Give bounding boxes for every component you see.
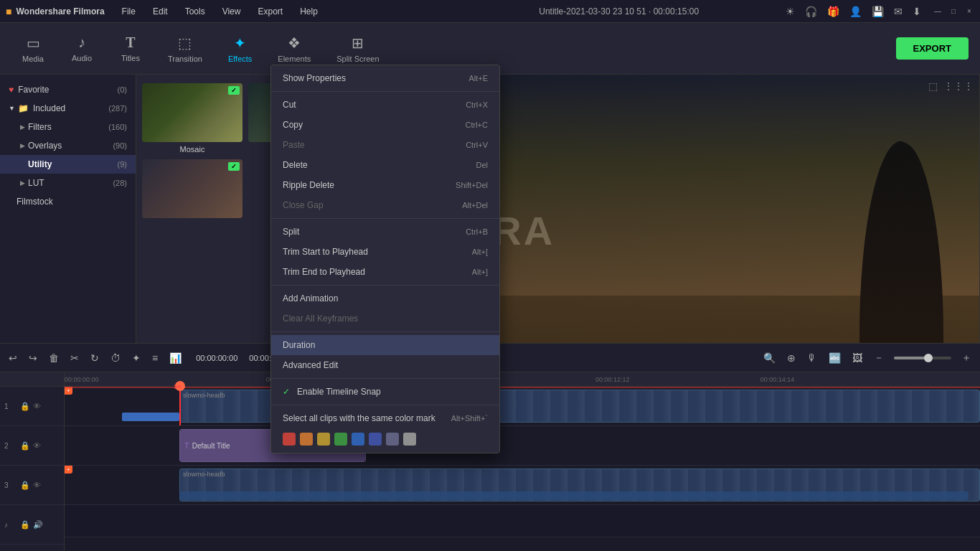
tl-zoom-slider[interactable] — [894, 357, 951, 359]
ctx-trim-start[interactable]: Trim Start to Playhead Alt+[ — [271, 242, 499, 262]
menu-edit[interactable]: Edit — [150, 5, 171, 18]
sidebar-item-filmstock[interactable]: ▶ Filmstock — [0, 192, 136, 211]
toolbar-btn-elements[interactable]: ❖ Elements — [268, 27, 321, 70]
preview-top-right-icons: ⬚ ⋮⋮⋮ — [928, 80, 974, 92]
toolbar-btn-titles[interactable]: T Titles — [109, 27, 152, 70]
color-mark-light-gray[interactable] — [403, 433, 416, 446]
sidebar-item-overlays[interactable]: ▶ Overlays (90) — [0, 136, 136, 155]
preview-icon-1[interactable]: ⬚ — [928, 80, 938, 92]
save-icon[interactable]: 💾 — [872, 6, 884, 17]
track-1-lock[interactable]: 🔒 — [20, 402, 30, 411]
ctx-add-animation[interactable]: Add Animation — [271, 288, 499, 309]
sidebar-item-utility[interactable]: ▶ Utility (9) — [0, 155, 136, 174]
tl-effects-button[interactable]: ✦ — [131, 351, 142, 365]
track-audio-vol[interactable]: 🔊 — [33, 520, 43, 529]
effect-third[interactable]: ✓ — [142, 159, 242, 221]
timeline-tracks: 00:00:00:00 00:00:08:08 00:00:10:10 00:0… — [65, 372, 980, 551]
filmstock-label: Filmstock — [17, 197, 127, 207]
ctx-close-gap[interactable]: Close Gap Alt+Del — [271, 195, 499, 215]
color-mark-blue[interactable] — [352, 433, 364, 446]
ctx-paste[interactable]: Paste Ctrl+V — [271, 135, 499, 155]
ctx-copy[interactable]: Copy Ctrl+C — [271, 115, 499, 135]
toolbar-btn-media[interactable]: ▭ Media — [11, 27, 55, 70]
brightness-icon[interactable]: ☀ — [786, 6, 795, 17]
tl-settings-button[interactable]: ≡ — [151, 351, 159, 365]
menu-tools[interactable]: Tools — [182, 5, 208, 18]
mosaic-thumb: ✓ — [142, 83, 242, 142]
menu-file[interactable]: File — [119, 5, 138, 18]
toolbar-btn-transition[interactable]: ⬚ Transition — [158, 27, 212, 70]
color-mark-green[interactable] — [334, 433, 347, 446]
tl-snap-icon[interactable]: ⊕ — [786, 351, 797, 365]
ruler-mark-12: 00:00:12:12 — [595, 376, 630, 383]
tl-mic-icon[interactable]: 🎙 — [806, 351, 819, 365]
tl-undo-button[interactable]: ↩ — [7, 351, 19, 365]
headphone-icon[interactable]: 🎧 — [805, 6, 817, 17]
ctx-clear-keyframes[interactable]: Clear All Keyframes — [271, 309, 499, 329]
sidebar-item-lut[interactable]: ▶ LUT (28) — [0, 174, 136, 192]
tl-redo-button[interactable]: ↪ — [27, 351, 39, 365]
minimize-button[interactable]: — — [933, 6, 943, 17]
ctx-duration[interactable]: Duration — [271, 335, 499, 355]
track-audio-lock[interactable]: 🔒 — [20, 520, 30, 529]
tl-timer-button[interactable]: ⏱ — [109, 351, 122, 365]
close-button[interactable]: × — [964, 6, 974, 17]
ctx-enable-snap-label: Enable Timeline Snap — [297, 387, 488, 397]
track-add-badge-3: + — [65, 466, 72, 474]
track-3-lock[interactable]: 🔒 — [20, 481, 30, 490]
tl-delete-button[interactable]: 🗑 — [47, 351, 60, 365]
tl-minus-zoom[interactable]: － — [872, 350, 885, 366]
track-2-num: 2 — [4, 442, 16, 450]
color-mark-gray[interactable] — [386, 433, 399, 446]
menu-export[interactable]: Export — [255, 5, 286, 18]
tl-zoom-icon[interactable]: 🔍 — [762, 351, 777, 365]
tl-voice-icon[interactable]: 🔤 — [827, 351, 842, 365]
preview-icon-2[interactable]: ⋮⋮⋮ — [943, 80, 974, 92]
track-labels: 1 🔒 👁 2 🔒 👁 3 🔒 👁 — [0, 372, 65, 551]
download-icon[interactable]: ⬇ — [913, 6, 921, 17]
sidebar-item-filters[interactable]: ▶ Filters (160) — [0, 118, 136, 136]
sidebar-item-favorite[interactable]: ♥ Favorite (0) — [0, 80, 136, 99]
ctx-trim-end[interactable]: Trim End to Playhead Alt+] — [271, 262, 499, 282]
tl-loop-button[interactable]: ↻ — [89, 351, 100, 365]
track-3-num: 3 — [4, 481, 16, 489]
tl-plus-zoom[interactable]: ＋ — [960, 350, 973, 366]
effect-mosaic[interactable]: ✓ Mosaic — [142, 83, 242, 154]
menu-help[interactable]: Help — [297, 5, 321, 18]
track-2-lock[interactable]: 🔒 — [20, 441, 30, 451]
ctx-enable-snap[interactable]: ✓ Enable Timeline Snap — [271, 382, 499, 402]
ctx-split[interactable]: Split Ctrl+B — [271, 222, 499, 242]
tl-photo-icon[interactable]: 🖼 — [851, 351, 864, 365]
chevron-right-icon2: ▶ — [20, 142, 25, 149]
track-1-num: 1 — [4, 402, 16, 410]
tl-audio-button[interactable]: 📊 — [168, 351, 183, 365]
toolbar-btn-effects[interactable]: ✦ Effects — [218, 27, 262, 70]
track-3-eye[interactable]: 👁 — [33, 481, 41, 490]
ctx-show-properties[interactable]: Show Properties Alt+E — [271, 68, 499, 88]
tl-split-button[interactable]: ✂ — [69, 351, 80, 365]
ctx-delete[interactable]: Delete Del — [271, 155, 499, 175]
gift-icon[interactable]: 🎁 — [827, 6, 839, 17]
color-mark-orange[interactable] — [300, 433, 313, 446]
export-button[interactable]: EXPORT — [896, 37, 969, 60]
track-row-audio — [65, 505, 980, 537]
color-mark-yellow[interactable] — [317, 433, 330, 446]
sidebar-item-included[interactable]: ▼ 📁 Included (287) — [0, 99, 136, 118]
toolbar-btn-audio[interactable]: ♪ Audio — [60, 27, 103, 70]
toolbar-btn-split-screen[interactable]: ⊞ Split Screen — [326, 27, 389, 70]
ctx-ripple-delete[interactable]: Ripple Delete Shift+Del — [271, 175, 499, 195]
track-1-eye[interactable]: 👁 — [33, 402, 41, 411]
ctx-advanced-edit-label: Advanced Edit — [283, 360, 488, 370]
chevron-down-icon: ▼ — [9, 105, 15, 112]
account-icon[interactable]: 👤 — [849, 6, 862, 17]
track-2-eye[interactable]: 👁 — [33, 441, 41, 451]
ctx-advanced-edit[interactable]: Advanced Edit — [271, 355, 499, 375]
menu-view[interactable]: View — [220, 5, 244, 18]
ctx-select-same-color[interactable]: Select all clips with the same color mar… — [271, 408, 499, 428]
ctx-cut[interactable]: Cut Ctrl+X — [271, 95, 499, 115]
mail-icon[interactable]: ✉ — [894, 6, 903, 17]
maximize-button[interactable]: □ — [948, 6, 958, 17]
color-mark-indigo[interactable] — [369, 433, 382, 446]
color-mark-red[interactable] — [283, 433, 296, 446]
titles-label: Titles — [121, 54, 140, 62]
